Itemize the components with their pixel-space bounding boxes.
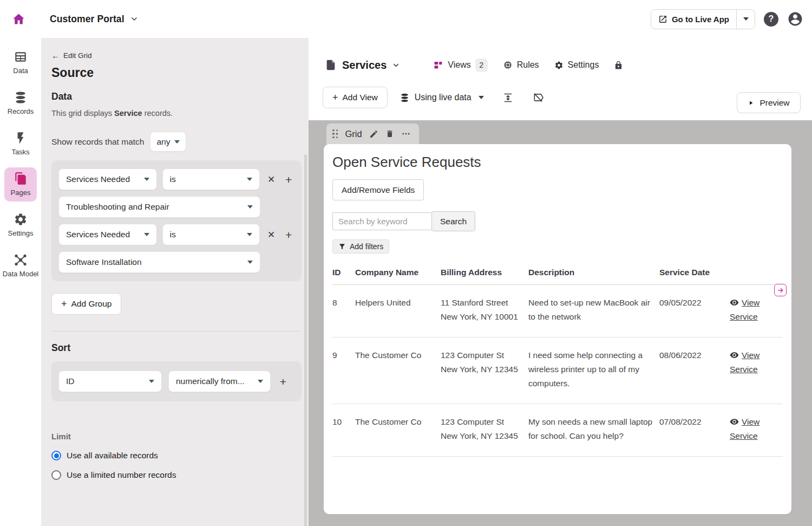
sidebar-item-tasks[interactable]: Tasks [4,127,37,161]
sort-order-select[interactable]: numerically from... [168,371,271,392]
live-data-label: Using live data [415,93,472,102]
lock-icon[interactable] [614,61,623,70]
source-panel: ← Edit Grid Source Data This grid displa… [41,38,309,526]
go-to-live-app-dropdown[interactable] [736,10,755,29]
tab-settings[interactable]: Settings [554,60,599,70]
go-to-live-app-button[interactable]: Go to Live App [651,10,736,29]
filter-group: Services Needed is ✕ + Troubleshooting a… [51,160,302,281]
database-icon [14,90,28,105]
sidebar-item-pages[interactable]: Pages [4,167,37,202]
caret-down-icon [247,205,253,209]
account-button[interactable] [787,11,803,27]
grid-widget-tab[interactable]: Grid [326,124,419,144]
plus-icon: + [332,92,338,103]
sidebar-item-data-model[interactable]: Data Model [4,249,37,283]
sort-heading: Sort [51,342,300,354]
hide-tag-icon[interactable] [532,92,544,103]
limit-option-all[interactable]: Use all available records [51,451,300,460]
remove-filter-icon[interactable]: ✕ [265,175,277,184]
remove-filter-icon[interactable]: ✕ [265,230,277,239]
back-to-edit-grid-link[interactable]: ← Edit Grid [51,51,300,60]
filter-value-row: Troubleshooting and Repair [58,196,294,218]
sort-field-select[interactable]: ID [58,371,162,392]
add-filter-icon[interactable]: + [283,174,294,185]
caret-down-icon [743,17,749,21]
match-select[interactable]: any [150,132,186,152]
more-options-icon[interactable] [401,129,411,139]
views-blocks-icon [434,60,443,70]
caret-down-icon [247,178,252,181]
add-group-button[interactable]: + Add Group [51,293,121,315]
gear-icon [14,212,28,226]
go-to-record-page-badge[interactable] [774,284,787,296]
search-input[interactable] [332,212,432,230]
sidebar-label: Tasks [11,148,29,156]
col-header-id[interactable]: ID [332,263,355,285]
fit-height-icon[interactable] [502,92,514,103]
cell-id: 8 [332,285,355,337]
cell-service-date: 07/08/2022 [659,404,730,457]
search-button[interactable]: Search [431,211,475,231]
sidebar-item-settings[interactable]: Settings [4,208,37,242]
cell-billing: 123 Computer St New York, NY 12345 [441,404,528,457]
filter-field-select[interactable]: Services Needed [58,224,157,245]
add-filter-icon[interactable]: + [283,229,294,241]
match-row: Show records that match any [51,132,300,152]
chip-icon [503,60,513,70]
rules-label: Rules [517,60,539,70]
preview-button[interactable]: Preview [737,92,801,113]
home-icon [11,12,26,27]
plus-icon: + [61,298,67,310]
drag-handle-icon[interactable] [332,129,338,139]
cell-service-date: 09/05/2022 [659,285,730,337]
add-sort-icon[interactable]: + [277,376,289,387]
sidebar-item-records[interactable]: Records [4,86,37,120]
tab-rules[interactable]: Rules [503,60,539,70]
live-data-dropdown[interactable]: Using live data [400,93,484,103]
data-section-heading: Data [51,91,300,102]
filter-value-select[interactable]: Software Installation [58,251,260,273]
back-arrow-icon: ← [51,51,60,60]
cell-id: 10 [332,404,355,457]
data-section-description: This grid displays Service records. [51,109,300,118]
col-header-company[interactable]: Company Name [355,263,441,285]
col-header-description[interactable]: Description [528,263,659,285]
filter-operator-select[interactable]: is [162,224,260,245]
go-to-live-app-label: Go to Live App [672,15,729,24]
radio-unselected-icon [51,470,61,480]
cell-description: Need to set-up new MacBook air to the ne… [528,285,659,337]
trash-icon[interactable] [385,129,394,138]
tab-views[interactable]: Views 2 [434,59,487,72]
cell-id: 9 [332,337,355,404]
add-filters-button[interactable]: Add filters [332,239,389,254]
records-table: ID Company Name Billing Address Descript… [332,263,783,457]
chevron-down-icon[interactable] [130,15,139,23]
network-icon [14,253,28,267]
topbar-right: Go to Live App ? [651,0,803,38]
page-title-dropdown[interactable]: Services [325,59,400,72]
filter-operator-select[interactable]: is [162,168,260,190]
filter-value-select[interactable]: Troubleshooting and Repair [58,196,260,218]
sidebar-item-data[interactable]: Data [4,46,37,80]
cell-company: The Customer Co [355,404,441,457]
col-header-billing[interactable]: Billing Address [441,263,528,285]
gear-icon [554,61,564,70]
panel-title: Source [51,66,300,80]
limit-option-limited[interactable]: Use a limited number records [51,470,300,480]
add-remove-fields-button[interactable]: Add/Remove Fields [332,179,424,200]
filter-field-select[interactable]: Services Needed [58,168,157,190]
go-to-live-app-split-button: Go to Live App [651,9,755,29]
edit-pencil-icon[interactable] [369,129,378,139]
filter-value-row: Software Installation [58,251,294,273]
topbar: Customer Portal Go to Live App ? [0,0,812,38]
panel-scrollbar[interactable] [304,154,307,526]
help-button[interactable]: ? [764,12,778,27]
table-row: 10 The Customer Co 123 Computer St New Y… [332,404,783,457]
col-header-service-date[interactable]: Service Date [659,263,730,285]
lightning-icon [14,131,28,145]
settings-label: Settings [568,60,599,70]
add-view-button[interactable]: + Add View [323,87,388,108]
home-button[interactable] [9,9,28,29]
cell-billing: 123 Computer St New York, NY 12345 [441,337,528,404]
pages-icon [14,172,28,186]
